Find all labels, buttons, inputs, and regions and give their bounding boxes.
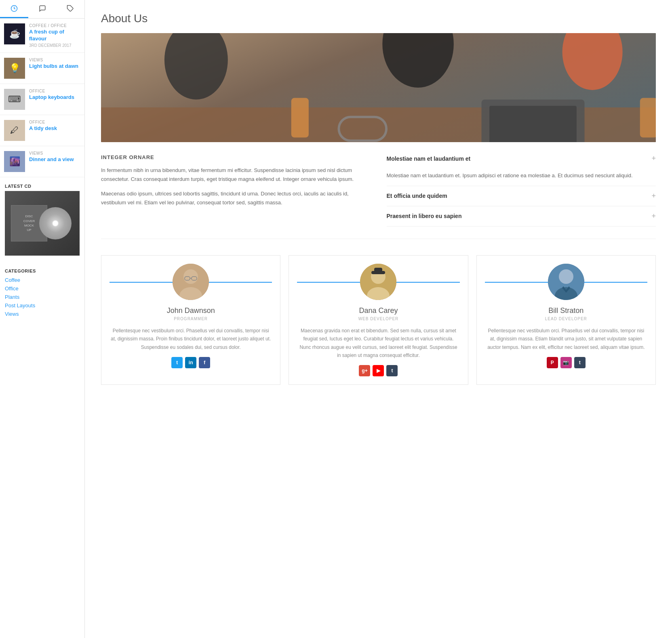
social-tumblr-2[interactable]: t [386,365,398,376]
team-bio-1: Pellentesque nec vestibulum orci. Phasel… [110,327,272,351]
team-avatar-1 [173,264,209,300]
post-thumbnail: 💡 [4,58,25,79]
tag-icon [67,5,74,12]
social-tumblr-3[interactable]: t [574,357,586,368]
team-avatar-2 [360,264,396,300]
tab-comments[interactable] [28,0,57,18]
cd-disc [39,207,72,239]
avatar-placeholder-3 [548,264,584,300]
hero-placeholder [101,33,656,142]
paragraph-1: In fermentum nibh in urna bibendum, vita… [101,166,371,184]
post-category: Views [29,58,80,62]
post-thumbnail: 🖊 [4,120,25,141]
accordion-toggle-2[interactable]: + [651,192,656,200]
post-info: Coffee / Office A fresh cup of flavour 3… [29,23,80,48]
hero-svg [101,33,656,142]
team-bio-2: Maecenas gravida non erat et bibendum. S… [297,327,459,360]
avatar-placeholder-1 [173,264,209,300]
post-title: Dinner and a view [29,156,80,163]
accordion-body-1: Molestiae nam et laudantium et. Ipsum ad… [387,168,656,182]
cd-case-text: DISCCOVERMOCKUP [23,214,35,232]
team-name-3: Bill Straton [485,306,647,315]
sidebar-item-views[interactable]: Views [5,310,80,318]
latest-cd-heading: LATEST CD [0,177,84,191]
post-category: Coffee / Office [29,23,80,28]
avatar-svg-3 [548,264,584,300]
social-facebook-1[interactable]: f [199,357,210,368]
list-item[interactable]: 🖊 Office A tidy desk [0,115,84,146]
post-category: Office [29,120,80,124]
post-list: ☕ Coffee / Office A fresh cup of flavour… [0,19,84,177]
post-info: Views Light bulbs at dawn [29,58,80,71]
post-info: Office A tidy desk [29,120,80,133]
svg-point-24 [559,269,573,284]
team-card-2: Dana Carey Web Developer Maecenas gravid… [289,255,468,385]
social-twitter-1[interactable]: t [171,357,183,368]
categories-list: Coffee Office Plants Post Layouts Views [0,276,84,325]
sidebar-item-plants[interactable]: Plants [5,293,80,301]
tab-recent[interactable] [0,0,28,18]
post-info: Views Dinner and a view [29,151,80,164]
sidebar-tabs [0,0,84,19]
svg-rect-11 [640,98,656,137]
social-instagram-3[interactable]: 📷 [560,357,572,368]
latest-cd-widget: DISCCOVERMOCKUP [0,191,84,262]
tab-tags[interactable] [56,0,84,18]
team-card-3: Bill Straton Lead Developer Pellentesque… [476,255,656,385]
team-social-3: P 📷 t [485,357,647,368]
clock-icon [11,5,18,12]
comment-icon [39,5,46,12]
team-name-2: Dana Carey [297,306,459,315]
svg-rect-8 [489,106,577,142]
post-title: Light bulbs at dawn [29,63,80,70]
svg-rect-22 [374,268,382,273]
accordion-toggle-1[interactable]: + [651,154,656,163]
list-item[interactable]: 💡 Views Light bulbs at dawn [0,53,84,84]
accordion-header-1[interactable]: Molestiae nam et laudantium et + [387,154,656,168]
content-section: INTEGER ORNARE In fermentum nibh in urna… [101,154,656,239]
team-card-top-2 [297,264,459,300]
accordion-toggle-3[interactable]: + [651,212,656,220]
accordion-title-3: Praesent in libero eu sapien [387,213,462,219]
post-thumbnail: ⌨ [4,89,25,110]
accordion-item-3[interactable]: Praesent in libero eu sapien + [387,206,656,227]
post-title: A fresh cup of flavour [29,29,80,42]
sidebar-item-coffee[interactable]: Coffee [5,276,80,284]
post-date: 3rd December 2017 [29,43,80,48]
team-card-top-1 [110,264,272,300]
team-social-1: t in f [110,357,272,368]
social-linkedin-1[interactable]: in [185,357,196,368]
list-item[interactable]: ⌨ Office Laptop keyboards [0,84,84,115]
cd-placeholder: DISCCOVERMOCKUP [5,191,80,256]
post-title: Laptop keyboards [29,94,80,101]
main-content: About Us [85,0,672,638]
sidebar-item-office[interactable]: Office [5,284,80,293]
list-item[interactable]: ☕ Coffee / Office A fresh cup of flavour… [0,19,84,53]
hero-image [101,33,656,142]
sidebar-item-post-layouts[interactable]: Post Layouts [5,301,80,310]
social-youtube-2[interactable]: ▶ [373,365,384,376]
section-heading: INTEGER ORNARE [101,154,371,160]
cd-image: DISCCOVERMOCKUP [5,191,80,256]
page-title: About Us [101,12,656,25]
accordion-item-1: Molestiae nam et laudantium et + Molesti… [387,154,656,186]
post-thumbnail: 🌆 [4,151,25,172]
content-left: INTEGER ORNARE In fermentum nibh in urna… [101,154,371,227]
accordion-item-2[interactable]: Et officia unde quidem + [387,186,656,206]
accordion-title-1: Molestiae nam et laudantium et [387,155,471,162]
team-role-1: Programmer [110,317,272,321]
avatar-svg-1 [173,264,209,300]
post-title: A tidy desk [29,125,80,132]
avatar-svg-2 [360,264,396,300]
team-avatar-3 [548,264,584,300]
post-info: Office Laptop keyboards [29,89,80,102]
post-thumbnail: ☕ [4,23,25,44]
team-card-top-3 [485,264,647,300]
list-item[interactable]: 🌆 Views Dinner and a view [0,146,84,177]
team-social-2: g+ ▶ t [297,365,459,376]
svg-rect-10 [291,98,309,137]
team-section: John Dawnson Programmer Pellentesque nec… [101,255,656,397]
social-google-2[interactable]: g+ [359,365,370,376]
sidebar: ☕ Coffee / Office A fresh cup of flavour… [0,0,85,638]
social-pinterest-3[interactable]: P [547,357,558,368]
